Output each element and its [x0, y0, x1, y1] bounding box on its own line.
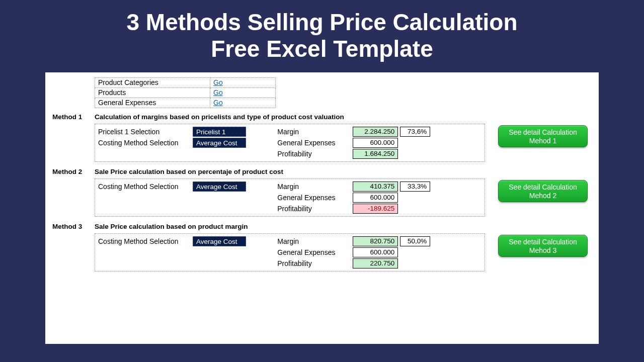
selection-label: Pricelist 1 Selection: [98, 128, 193, 136]
genexp-value: 600.000: [353, 138, 398, 148]
calc-box: Pricelist 1 Selection Pricelist 1 Costin…: [95, 124, 485, 162]
detail-button-method1[interactable]: See detail Calculation Mehod 1: [498, 125, 588, 147]
margin-pct: 73,6%: [400, 127, 430, 137]
profit-label: Profitability: [277, 150, 353, 158]
title-line1: 3 Methods Selling Price Calculation: [30, 9, 614, 36]
profit-value: 220.750: [353, 258, 398, 268]
nav-link-expenses[interactable]: Go: [213, 99, 223, 107]
genexp-label: General Expenses: [277, 139, 353, 147]
costing-method-selection[interactable]: Average Cost: [193, 182, 246, 192]
method-label: Method 3: [52, 223, 95, 230]
method-heading: Sale Price calculation based on product …: [95, 223, 592, 230]
selection-label: Costing Method Selection: [98, 139, 193, 147]
excel-sheet: Product Categories Go Products Go Genera…: [45, 72, 599, 344]
nav-label: General Expenses: [95, 98, 210, 108]
nav-row-products: Products Go: [95, 87, 276, 98]
method-label: Method 1: [52, 113, 95, 121]
genexp-value: 600.000: [353, 247, 398, 257]
nav-table: Product Categories Go Products Go Genera…: [95, 77, 276, 108]
selection-label: Costing Method Selection: [98, 183, 193, 191]
calc-box: Costing Method Selection Average Cost Ma…: [95, 233, 485, 272]
method-2: Method 2 Sale Price calculation based on…: [52, 168, 592, 217]
nav-link-categories[interactable]: Go: [213, 78, 223, 86]
nav-label: Products: [95, 87, 210, 98]
selection-label: Costing Method Selection: [98, 237, 193, 245]
margin-value: 410.375: [353, 182, 398, 192]
method-heading: Sale Price calculation based on percenta…: [95, 168, 592, 175]
method-heading: Calculation of margins based on pricelis…: [95, 113, 592, 121]
margin-label: Margin: [277, 183, 353, 191]
detail-button-method2[interactable]: See detail Calculation Mehod 2: [498, 180, 588, 202]
genexp-label: General Expenses: [277, 248, 353, 256]
page-title: 3 Methods Selling Price Calculation Free…: [0, 0, 644, 67]
costing-method-selection[interactable]: Average Cost: [193, 138, 246, 148]
nav-row-expenses: General Expenses Go: [95, 98, 276, 108]
margin-value: 820.750: [353, 236, 398, 246]
profit-label: Profitability: [277, 259, 353, 267]
pricelist-selection[interactable]: Pricelist 1: [193, 127, 246, 137]
detail-button-method3[interactable]: See detail Calculation Mehod 3: [498, 235, 588, 257]
method-3: Method 3 Sale Price calculation based on…: [52, 223, 592, 272]
margin-value: 2.284.250: [353, 127, 398, 137]
costing-method-selection[interactable]: Average Cost: [193, 236, 246, 246]
profit-value: 1.684.250: [353, 149, 398, 159]
nav-row-categories: Product Categories Go: [95, 77, 276, 87]
margin-label: Margin: [277, 237, 353, 245]
method-label: Method 2: [52, 168, 95, 175]
nav-label: Product Categories: [95, 77, 210, 87]
method-1: Method 1 Calculation of margins based on…: [52, 113, 592, 162]
nav-link-products[interactable]: Go: [213, 88, 223, 97]
margin-pct: 50,0%: [400, 236, 430, 246]
genexp-label: General Expenses: [277, 194, 353, 202]
profit-value: -189.625: [353, 204, 398, 214]
profit-label: Profitability: [277, 205, 353, 213]
title-line2: Free Excel Template: [30, 36, 614, 62]
margin-pct: 33,3%: [400, 182, 430, 192]
genexp-value: 600.000: [353, 193, 398, 203]
margin-label: Margin: [277, 128, 353, 136]
calc-box: Costing Method Selection Average Cost Ma…: [95, 178, 485, 217]
